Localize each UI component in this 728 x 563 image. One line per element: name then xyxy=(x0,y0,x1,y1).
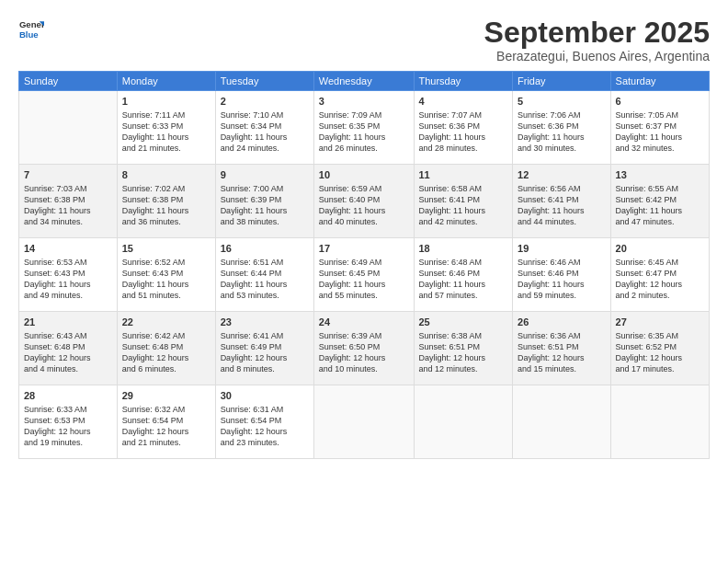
day-info: Sunrise: 7:11 AMSunset: 6:33 PMDaylight:… xyxy=(122,109,210,155)
day-info: Sunrise: 6:46 AMSunset: 6:46 PMDaylight:… xyxy=(518,257,606,302)
calendar-header-row: Sunday Monday Tuesday Wednesday Thursday… xyxy=(19,72,710,91)
table-row: 14Sunrise: 6:53 AMSunset: 6:43 PMDayligh… xyxy=(19,238,118,312)
page: General Blue September 2025 Berazategui,… xyxy=(0,0,728,563)
svg-text:General: General xyxy=(19,19,44,29)
day-info: Sunrise: 6:38 AMSunset: 6:51 PMDaylight:… xyxy=(419,330,508,375)
day-number: 3 xyxy=(319,95,409,109)
table-row: 20Sunrise: 6:45 AMSunset: 6:47 PMDayligh… xyxy=(610,238,709,312)
day-number: 17 xyxy=(319,242,409,256)
day-info: Sunrise: 6:51 AMSunset: 6:44 PMDaylight:… xyxy=(221,257,309,302)
day-number: 21 xyxy=(24,316,112,329)
day-info: Sunrise: 6:55 AMSunset: 6:42 PMDaylight:… xyxy=(616,183,704,228)
day-number: 15 xyxy=(122,242,210,256)
day-info: Sunrise: 6:48 AMSunset: 6:46 PMDaylight:… xyxy=(419,257,508,302)
col-sunday: Sunday xyxy=(19,72,118,91)
table-row: 29Sunrise: 6:32 AMSunset: 6:54 PMDayligh… xyxy=(117,385,215,459)
col-friday: Friday xyxy=(513,72,611,91)
day-number: 2 xyxy=(221,95,309,109)
day-number: 25 xyxy=(419,316,508,329)
day-info: Sunrise: 6:35 AMSunset: 6:52 PMDaylight:… xyxy=(616,330,704,375)
day-info: Sunrise: 6:45 AMSunset: 6:47 PMDaylight:… xyxy=(616,257,704,302)
day-info: Sunrise: 6:56 AMSunset: 6:41 PMDaylight:… xyxy=(518,183,606,228)
day-info: Sunrise: 6:43 AMSunset: 6:48 PMDaylight:… xyxy=(24,330,112,375)
table-row: 6Sunrise: 7:05 AMSunset: 6:37 PMDaylight… xyxy=(610,91,709,165)
table-row: 3Sunrise: 7:09 AMSunset: 6:35 PMDaylight… xyxy=(313,91,414,165)
svg-text:Blue: Blue xyxy=(19,29,39,40)
table-row: 7Sunrise: 7:03 AMSunset: 6:38 PMDaylight… xyxy=(19,165,118,238)
title-block: September 2025 Berazategui, Buenos Aires… xyxy=(484,17,710,63)
day-info: Sunrise: 6:33 AMSunset: 6:53 PMDaylight:… xyxy=(24,404,112,449)
day-info: Sunrise: 7:09 AMSunset: 6:35 PMDaylight:… xyxy=(319,109,409,155)
day-number: 16 xyxy=(221,242,309,256)
day-info: Sunrise: 6:49 AMSunset: 6:45 PMDaylight:… xyxy=(319,257,409,302)
day-info: Sunrise: 6:36 AMSunset: 6:51 PMDaylight:… xyxy=(518,330,606,375)
table-row: 30Sunrise: 6:31 AMSunset: 6:54 PMDayligh… xyxy=(215,385,313,459)
day-number: 27 xyxy=(616,316,704,329)
col-wednesday: Wednesday xyxy=(313,72,414,91)
table-row: 5Sunrise: 7:06 AMSunset: 6:36 PMDaylight… xyxy=(513,91,611,165)
day-number: 14 xyxy=(24,242,112,256)
table-row xyxy=(313,385,414,459)
day-number: 28 xyxy=(24,389,112,403)
day-info: Sunrise: 7:10 AMSunset: 6:34 PMDaylight:… xyxy=(221,109,309,155)
table-row: 4Sunrise: 7:07 AMSunset: 6:36 PMDaylight… xyxy=(414,91,513,165)
day-info: Sunrise: 7:06 AMSunset: 6:36 PMDaylight:… xyxy=(518,109,606,155)
col-saturday: Saturday xyxy=(610,72,709,91)
table-row: 19Sunrise: 6:46 AMSunset: 6:46 PMDayligh… xyxy=(513,238,611,312)
table-row: 17Sunrise: 6:49 AMSunset: 6:45 PMDayligh… xyxy=(313,238,414,312)
table-row: 15Sunrise: 6:52 AMSunset: 6:43 PMDayligh… xyxy=(117,238,215,312)
day-number: 12 xyxy=(518,168,606,182)
calendar-week-row: 7Sunrise: 7:03 AMSunset: 6:38 PMDaylight… xyxy=(19,165,710,238)
day-info: Sunrise: 6:59 AMSunset: 6:40 PMDaylight:… xyxy=(319,183,409,228)
day-info: Sunrise: 6:32 AMSunset: 6:54 PMDaylight:… xyxy=(122,404,210,449)
day-number: 22 xyxy=(122,316,210,329)
table-row: 26Sunrise: 6:36 AMSunset: 6:51 PMDayligh… xyxy=(513,312,611,385)
table-row: 8Sunrise: 7:02 AMSunset: 6:38 PMDaylight… xyxy=(117,165,215,238)
subtitle: Berazategui, Buenos Aires, Argentina xyxy=(484,49,710,63)
table-row: 12Sunrise: 6:56 AMSunset: 6:41 PMDayligh… xyxy=(513,165,611,238)
logo-icon: General Blue xyxy=(18,17,44,42)
table-row: 11Sunrise: 6:58 AMSunset: 6:41 PMDayligh… xyxy=(414,165,513,238)
day-info: Sunrise: 6:31 AMSunset: 6:54 PMDaylight:… xyxy=(221,404,309,449)
day-info: Sunrise: 7:05 AMSunset: 6:37 PMDaylight:… xyxy=(616,109,704,155)
table-row: 13Sunrise: 6:55 AMSunset: 6:42 PMDayligh… xyxy=(610,165,709,238)
table-row xyxy=(513,385,611,459)
table-row xyxy=(414,385,513,459)
table-row: 27Sunrise: 6:35 AMSunset: 6:52 PMDayligh… xyxy=(610,312,709,385)
table-row: 23Sunrise: 6:41 AMSunset: 6:49 PMDayligh… xyxy=(215,312,313,385)
day-number: 6 xyxy=(616,95,704,109)
day-number: 20 xyxy=(616,242,704,256)
col-monday: Monday xyxy=(117,72,215,91)
day-info: Sunrise: 6:52 AMSunset: 6:43 PMDaylight:… xyxy=(122,257,210,302)
col-thursday: Thursday xyxy=(414,72,513,91)
day-number: 10 xyxy=(319,168,409,182)
table-row: 25Sunrise: 6:38 AMSunset: 6:51 PMDayligh… xyxy=(414,312,513,385)
header: General Blue September 2025 Berazategui,… xyxy=(18,17,710,63)
day-info: Sunrise: 6:41 AMSunset: 6:49 PMDaylight:… xyxy=(221,330,309,375)
table-row: 21Sunrise: 6:43 AMSunset: 6:48 PMDayligh… xyxy=(19,312,118,385)
day-number: 23 xyxy=(221,316,309,329)
day-info: Sunrise: 7:03 AMSunset: 6:38 PMDaylight:… xyxy=(24,183,112,228)
table-row: 18Sunrise: 6:48 AMSunset: 6:46 PMDayligh… xyxy=(414,238,513,312)
table-row: 28Sunrise: 6:33 AMSunset: 6:53 PMDayligh… xyxy=(19,385,118,459)
day-info: Sunrise: 6:39 AMSunset: 6:50 PMDaylight:… xyxy=(319,330,409,375)
table-row xyxy=(610,385,709,459)
day-number: 29 xyxy=(122,389,210,403)
calendar-week-row: 21Sunrise: 6:43 AMSunset: 6:48 PMDayligh… xyxy=(19,312,710,385)
table-row: 24Sunrise: 6:39 AMSunset: 6:50 PMDayligh… xyxy=(313,312,414,385)
day-number: 26 xyxy=(518,316,606,329)
logo: General Blue xyxy=(18,17,46,42)
day-number: 7 xyxy=(24,168,112,182)
calendar-week-row: 1Sunrise: 7:11 AMSunset: 6:33 PMDaylight… xyxy=(19,91,710,165)
day-number: 30 xyxy=(221,389,309,403)
day-number: 4 xyxy=(419,95,508,109)
day-info: Sunrise: 7:00 AMSunset: 6:39 PMDaylight:… xyxy=(221,183,309,228)
day-number: 13 xyxy=(616,168,704,182)
day-info: Sunrise: 6:42 AMSunset: 6:48 PMDaylight:… xyxy=(122,330,210,375)
day-info: Sunrise: 6:53 AMSunset: 6:43 PMDaylight:… xyxy=(24,257,112,302)
day-info: Sunrise: 6:58 AMSunset: 6:41 PMDaylight:… xyxy=(419,183,508,228)
table-row: 22Sunrise: 6:42 AMSunset: 6:48 PMDayligh… xyxy=(117,312,215,385)
table-row: 2Sunrise: 7:10 AMSunset: 6:34 PMDaylight… xyxy=(215,91,313,165)
table-row xyxy=(19,91,118,165)
month-title: September 2025 xyxy=(484,17,710,49)
